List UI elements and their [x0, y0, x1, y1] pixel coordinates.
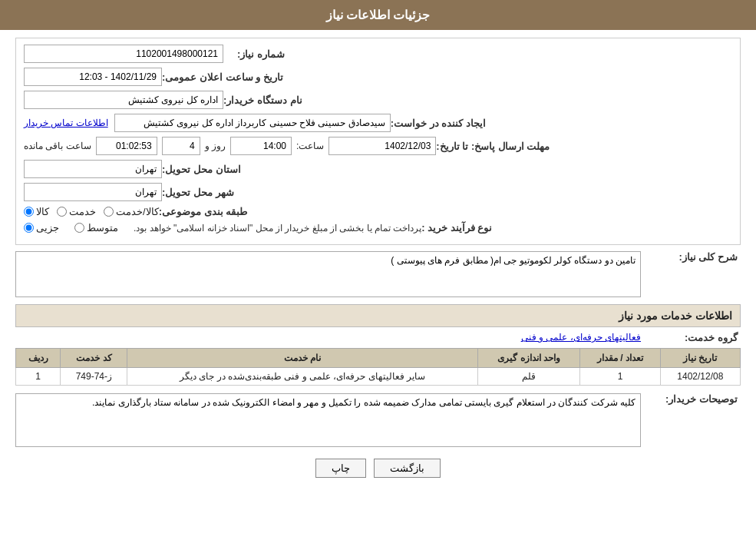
tabaqe-kala-khadamat-item: کالا/خدمت	[104, 206, 159, 217]
noeFarayand-jazii-radio[interactable]	[24, 223, 34, 233]
tabaqe-kala-khadamat-radio[interactable]	[104, 207, 114, 217]
toseehKhridar-textarea[interactable]: کلیه شرکت کنندگان در استعلام گیری بایستی…	[15, 393, 641, 447]
info-section-title: اطلاعات خدمات مورد نیاز	[15, 304, 741, 327]
shahr-label: شهر محل تحویل:	[162, 187, 234, 198]
noeFarayand-jazii-item: جزیی	[24, 222, 59, 234]
mohlatErsal-time-label: ساعت:	[296, 141, 324, 151]
tarikh-row: تاریخ و ساعت اعلان عمومی:	[24, 68, 732, 86]
noeFarayand-motevaset-item: متوسط	[74, 222, 118, 234]
page-wrapper: جزئیات اطلاعات نیاز شماره نیاز: تاریخ و …	[0, 0, 756, 540]
toseehKhridar-value-wrapper: کلیه شرکت کنندگان در استعلام گیری بایستی…	[15, 393, 641, 449]
ostan-row: استان محل تحویل:	[24, 160, 732, 178]
table-header: تاریخ نیاز تعداد / مقدار واحد اندازه گیر…	[16, 349, 741, 368]
header-title: جزئیات اطلاعات نیاز	[326, 8, 431, 22]
groheKhadamat-link[interactable]: فعالیتهای حرفه‌ای، علمی و فنی	[521, 332, 641, 343]
tabaqe-khadamat-item: خدمت	[57, 206, 96, 217]
noeFarayand-note: پرداخت تمام یا بخشی از مبلغ خریدار از مح…	[134, 223, 421, 234]
tabaqe-kala-item: کالا	[24, 206, 49, 217]
tabaqe-khadamat-radio[interactable]	[57, 207, 67, 217]
mohlatErsal-baqi-label: ساعت باقی مانده	[24, 141, 91, 151]
col-tarikhNiaz: تاریخ نیاز	[660, 349, 740, 368]
noeFarayand-motevaset-radio[interactable]	[74, 223, 84, 233]
ijadKonande-input[interactable]	[114, 114, 391, 132]
ostan-label: استان محل تحویل:	[162, 164, 241, 175]
mohlatErsal-baqi-input[interactable]	[96, 137, 157, 155]
noeFarayand-jazii-label: جزیی	[36, 222, 59, 234]
tabaqe-label: طبقه بندی موضوعی:	[159, 206, 248, 217]
mohlatErsal-time-input[interactable]	[230, 137, 292, 155]
noeFarayand-row: نوع فرآیند خرید : پرداخت تمام یا بخشی از…	[24, 222, 732, 234]
noeFarayand-label: نوع فرآیند خرید :	[421, 222, 492, 234]
col-namKhadamat: نام خدمت	[127, 349, 477, 368]
shomareNiaz-input[interactable]	[24, 45, 223, 63]
mohlatErsal-label: مهلت ارسال پاسخ: تا تاریخ:	[436, 141, 550, 152]
ostan-input[interactable]	[24, 160, 162, 178]
table-row: 1402/12/08 1 قلم سایر فعالیتهای حرفه‌ای،…	[16, 368, 741, 386]
groheKhadamat-value-wrapper: فعالیتهای حرفه‌ای، علمی و فنی	[15, 332, 641, 343]
mohlatErsal-date-input[interactable]	[328, 137, 436, 155]
mohlatErsal-roz-label: روز و	[205, 141, 226, 151]
shahr-input[interactable]	[24, 183, 162, 201]
namDastgah-input[interactable]	[24, 91, 223, 109]
shahr-row: شهر محل تحویل:	[24, 183, 732, 201]
etelaatTamas-link[interactable]: اطلاعات تماس خریدار	[24, 118, 108, 128]
tarikh-label: تاریخ و ساعت اعلان عمومی:	[162, 71, 283, 83]
cell-tarikhNiaz: 1402/12/08	[660, 368, 740, 386]
tabaqe-kala-label: کالا	[36, 206, 49, 217]
groheKhadamat-row: گروه خدمت: فعالیتهای حرفه‌ای، علمی و فنی	[15, 332, 741, 343]
table-body: 1402/12/08 1 قلم سایر فعالیتهای حرفه‌ای،…	[16, 368, 741, 386]
tabaqe-radio-group: کالا/خدمت خدمت کالا	[24, 206, 159, 217]
namDastgah-row: نام دستگاه خریدار:	[24, 91, 732, 109]
mohlatErsal-row: مهلت ارسال پاسخ: تا تاریخ: ساعت: روز و س…	[24, 137, 732, 155]
cell-radif: 1	[16, 368, 61, 386]
cell-namKhadamat: سایر فعالیتهای حرفه‌ای، علمی و فنی طبقه‌…	[127, 368, 477, 386]
groheKhadamat-label: گروه خدمت:	[641, 332, 741, 343]
ijadKonande-label: ایجاد کننده در خواست:	[391, 118, 486, 129]
mohlatErsal-roz-input[interactable]	[162, 137, 200, 155]
tabaqe-kala-khadamat-label: کالا/خدمت	[116, 206, 159, 217]
col-kodKhadamat: کد خدمت	[61, 349, 127, 368]
mohlatErsal-datetime: ساعت: روز و ساعت باقی مانده	[24, 137, 436, 155]
table-header-row: تاریخ نیاز تعداد / مقدار واحد اندازه گیر…	[16, 349, 741, 368]
chap-button[interactable]: چاپ	[315, 459, 366, 478]
namDastgah-label: نام دستگاه خریدار:	[223, 94, 302, 106]
cell-tedad: 1	[580, 368, 660, 386]
col-tedad: تعداد / مقدار	[580, 349, 660, 368]
col-radif: ردیف	[16, 349, 61, 368]
tabaqe-row: طبقه بندی موضوعی: کالا/خدمت خدمت کالا	[24, 206, 732, 217]
toseehKhridar-row: توصیحات خریدار: کلیه شرکت کنندگان در است…	[15, 393, 741, 449]
noeFarayand-group: پرداخت تمام یا بخشی از مبلغ خریدار از مح…	[24, 222, 421, 234]
button-row: بازگشت چاپ	[15, 459, 741, 478]
cell-kodKhadamat: ز-74-749	[61, 368, 127, 386]
content-area: شماره نیاز: تاریخ و ساعت اعلان عمومی: نا…	[0, 30, 756, 493]
tabaqe-kala-radio[interactable]	[24, 207, 34, 217]
tabaqe-khadamat-label: خدمت	[69, 206, 96, 217]
toseehKhridar-label: توصیحات خریدار:	[641, 393, 741, 405]
shomareNiaz-row: شماره نیاز:	[24, 45, 732, 63]
cell-vahed: قلم	[477, 368, 580, 386]
sharhKoli-label: شرح کلی نیاز:	[641, 251, 741, 263]
noeFarayand-motevaset-label: متوسط	[87, 222, 118, 234]
page-title: جزئیات اطلاعات نیاز	[0, 0, 756, 30]
sharhKoli-value-wrapper: تامین دو دستگاه کولر لکوموتیو جی ام( مطا…	[15, 251, 641, 300]
tarikh-input[interactable]	[24, 68, 162, 86]
sharhKoli-row: شرح کلی نیاز: تامین دو دستگاه کولر لکومو…	[15, 251, 741, 300]
shomareNiaz-label: شماره نیاز:	[223, 48, 285, 60]
khadamat-table-container: تاریخ نیاز تعداد / مقدار واحد اندازه گیر…	[15, 348, 741, 386]
bazgasht-button[interactable]: بازگشت	[374, 459, 441, 478]
col-vahed: واحد اندازه گیری	[477, 349, 580, 368]
ijadKonande-row: ایجاد کننده در خواست: اطلاعات تماس خریدا…	[24, 114, 732, 132]
sharhKoli-textarea[interactable]: تامین دو دستگاه کولر لکوموتیو جی ام( مطا…	[15, 251, 641, 297]
main-form-section: شماره نیاز: تاریخ و ساعت اعلان عمومی: نا…	[15, 38, 741, 245]
khadamat-table: تاریخ نیاز تعداد / مقدار واحد اندازه گیر…	[15, 348, 741, 386]
